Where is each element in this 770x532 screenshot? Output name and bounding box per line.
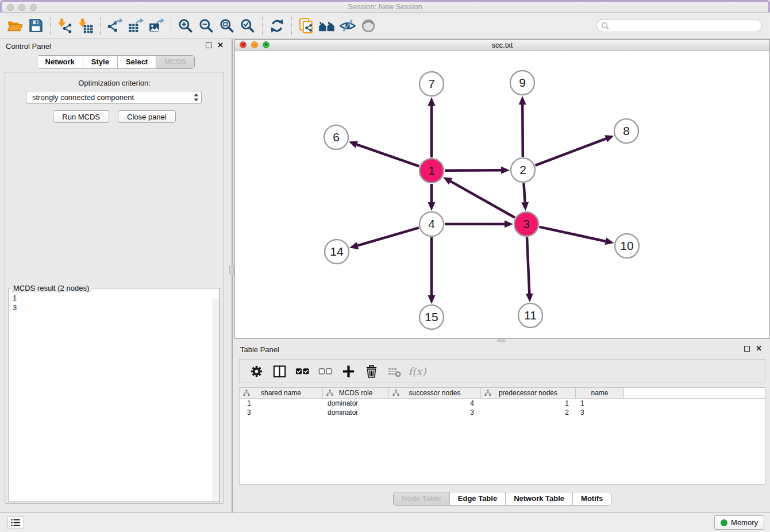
close-panel-button[interactable]: Close panel	[118, 110, 176, 123]
tab-mcds[interactable]: MCDS	[156, 56, 194, 68]
refresh-button[interactable]	[267, 16, 287, 36]
control-panel-float-button[interactable]	[206, 43, 211, 48]
search-box	[596, 19, 762, 32]
cell-name[interactable]: 3	[576, 408, 624, 417]
cell-shared-name[interactable]: 1	[240, 399, 323, 408]
memory-status-dot	[721, 519, 727, 526]
neighborhood-button[interactable]	[317, 16, 337, 36]
graph-node-14[interactable]: 14	[325, 240, 349, 264]
graph-edge-2-9[interactable]	[522, 105, 523, 157]
create-column-button[interactable]	[338, 361, 358, 381]
run-mcds-button[interactable]: Run MCDS	[53, 110, 109, 123]
result-scrollbar[interactable]	[213, 299, 219, 501]
zoom-selected-button[interactable]	[237, 16, 258, 36]
graph-node-9[interactable]: 9	[510, 71, 534, 95]
graph-edge-2-8[interactable]	[536, 138, 606, 165]
graph-edge-3-10[interactable]	[539, 227, 605, 241]
graph-edge-2-3[interactable]	[523, 183, 525, 202]
table-panel-float-button[interactable]	[744, 346, 750, 352]
cell-predecessor-nodes[interactable]: 2	[481, 408, 576, 417]
checked-boxes-icon	[295, 364, 310, 379]
svg-text:11: 11	[524, 309, 537, 322]
hierarchy-icon	[484, 390, 491, 396]
eye-slash-icon	[339, 17, 356, 34]
open-session-button[interactable]	[5, 16, 25, 36]
criterion-dropdown[interactable]: strongly connected component	[26, 91, 202, 104]
workspace: ✕ − + scc.txt 7968124314101511 Table Pan…	[234, 39, 770, 512]
graph-edge-1-2[interactable]	[445, 170, 501, 171]
table-panel-header: Table Panel ✕	[234, 342, 770, 356]
trash-icon	[364, 364, 379, 379]
graph-node-4[interactable]: 4	[419, 212, 444, 236]
function-builder-button[interactable]: f(x)	[407, 361, 427, 381]
table-row[interactable]: 3dominator323	[240, 408, 765, 417]
zoom-fit-button[interactable]	[217, 16, 237, 36]
column-header-shared-name[interactable]: shared name	[240, 388, 323, 398]
network-window-title: scc.txt	[235, 41, 769, 49]
toggle-details-button[interactable]	[337, 16, 358, 36]
duplicate-network-button[interactable]	[296, 16, 317, 36]
memory-button[interactable]: Memory	[714, 515, 764, 530]
cell-shared-name[interactable]: 3	[240, 408, 323, 417]
network-canvas[interactable]: 7968124314101511	[235, 51, 769, 338]
cell-name[interactable]: 1	[576, 399, 624, 408]
cell-successor-nodes[interactable]: 4	[389, 399, 481, 408]
select-all-columns-button[interactable]	[292, 361, 312, 381]
unselect-all-columns-button[interactable]	[315, 361, 335, 381]
save-session-button[interactable]	[25, 16, 46, 36]
import-network-button[interactable]	[55, 16, 75, 36]
export-table-button[interactable]	[125, 16, 146, 36]
zoom-in-button[interactable]	[175, 16, 196, 36]
column-header-successor-nodes[interactable]: successor nodes	[389, 388, 481, 398]
graph-node-1[interactable]: 1	[419, 159, 444, 183]
tab-style[interactable]: Style	[83, 56, 117, 68]
graph-edge-3-11[interactable]	[527, 237, 529, 294]
graph-node-15[interactable]: 15	[419, 305, 444, 329]
table-header-row: shared nameMCDS rolesuccessor nodesprede…	[240, 388, 765, 399]
column-header-predecessor-nodes[interactable]: predecessor nodes	[481, 388, 576, 398]
table-panel-close-button[interactable]: ✕	[756, 345, 762, 352]
tab-select[interactable]: Select	[117, 56, 156, 68]
cell-mcds-role[interactable]: dominator	[323, 399, 389, 408]
tab-network-table[interactable]: Network Table	[505, 492, 572, 505]
toolbar-separator	[171, 17, 171, 35]
mcds-tab-page: Optimization criterion: strongly connect…	[5, 72, 224, 504]
zoom-out-button[interactable]	[196, 16, 217, 36]
tab-edge-table[interactable]: Edge Table	[449, 492, 505, 505]
table-settings-button[interactable]	[247, 361, 266, 381]
graph-node-7[interactable]: 7	[419, 72, 444, 96]
delete-columns-button[interactable]	[361, 361, 381, 381]
graph-node-2[interactable]: 2	[511, 158, 535, 182]
tab-motifs[interactable]: Motifs	[572, 492, 611, 505]
cell-successor-nodes[interactable]: 3	[389, 408, 481, 417]
mcds-result-text[interactable]: 13	[10, 292, 212, 501]
graph-node-10[interactable]: 10	[615, 234, 639, 258]
status-bar: Memory	[0, 512, 770, 532]
column-header-mcds-role[interactable]: MCDS role	[323, 388, 389, 398]
tasks-button[interactable]	[7, 516, 24, 529]
optimization-criterion-label: Optimization criterion:	[5, 79, 224, 87]
birdseye-view-button[interactable]	[358, 16, 379, 36]
control-panel-close-button[interactable]: ✕	[217, 42, 224, 48]
graph-node-8[interactable]: 8	[614, 119, 638, 143]
cell-predecessor-nodes[interactable]: 1	[481, 399, 576, 408]
tab-network[interactable]: Network	[37, 56, 83, 68]
memory-label: Memory	[731, 518, 758, 527]
delete-table-button[interactable]	[384, 361, 404, 381]
graph-edge-3-1[interactable]	[451, 182, 515, 218]
column-header-name[interactable]: name	[576, 388, 624, 398]
show-column-panel-button[interactable]	[270, 361, 289, 381]
import-table-button[interactable]	[75, 16, 96, 36]
export-image-button[interactable]	[146, 16, 167, 36]
cell-mcds-role[interactable]: dominator	[323, 408, 389, 417]
table-row[interactable]: 1dominator411	[240, 399, 765, 408]
graph-node-11[interactable]: 11	[518, 303, 542, 327]
graph-node-3[interactable]: 3	[514, 212, 538, 236]
graph-edge-4-14[interactable]	[357, 228, 418, 245]
vertical-splitter-handle[interactable]	[229, 265, 234, 275]
graph-node-6[interactable]: 6	[324, 125, 348, 149]
tab-node-table[interactable]: Node Table	[394, 492, 449, 505]
graph-edge-1-6[interactable]	[357, 145, 419, 167]
export-network-button[interactable]	[105, 16, 125, 36]
search-input[interactable]	[612, 22, 756, 30]
